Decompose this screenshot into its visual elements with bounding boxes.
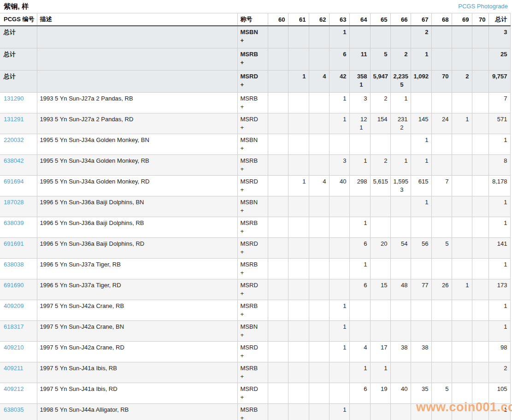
grade-count: 38 bbox=[394, 343, 408, 352]
pcgs-number-link[interactable]: 220032 bbox=[4, 136, 24, 143]
grade-60-cell bbox=[268, 217, 288, 237]
pcgs-number-link[interactable]: 409209 bbox=[4, 302, 24, 309]
empty-description-cell bbox=[37, 26, 237, 48]
pcgs-number-cell: 409209 bbox=[0, 300, 37, 320]
plus-symbol: + bbox=[241, 227, 265, 236]
plus-grade-count: 2 bbox=[394, 124, 408, 132]
pcgs-number-link[interactable]: 409212 bbox=[4, 385, 24, 392]
grade-count: 5 bbox=[435, 385, 449, 393]
pcgs-number-link[interactable]: 409211 bbox=[4, 365, 23, 372]
grade-69-cell bbox=[452, 258, 472, 279]
pcgs-number-link[interactable]: 638038 bbox=[4, 261, 24, 268]
grade-63-cell: 1 bbox=[329, 113, 349, 134]
grade-60-cell bbox=[268, 258, 288, 279]
grade-count: 298 bbox=[353, 177, 367, 186]
designation-cell: MSBN+ bbox=[237, 196, 268, 217]
column-header-68: 68 bbox=[431, 13, 452, 26]
pcgs-number-cell: 409210 bbox=[0, 341, 37, 362]
pcgs-photograde-link[interactable]: PCGS Photograde bbox=[458, 3, 508, 10]
pcgs-number-link[interactable]: 691690 bbox=[4, 282, 24, 289]
pcgs-number-link[interactable]: 131291 bbox=[4, 116, 24, 123]
grade-count: 40 bbox=[394, 385, 408, 393]
grade-63-cell bbox=[329, 279, 349, 300]
row-total-cell: 1 bbox=[488, 300, 510, 320]
pcgs-number-link[interactable]: 409210 bbox=[4, 344, 24, 351]
grade-68-cell: 5 bbox=[431, 237, 452, 258]
pcgs-number-link[interactable]: 187028 bbox=[4, 199, 24, 206]
grade-62-cell bbox=[309, 26, 329, 48]
grade-count: 12 bbox=[353, 115, 367, 124]
pcgs-number-link[interactable]: 638039 bbox=[4, 219, 24, 226]
grade-67-cell bbox=[411, 217, 431, 237]
designation: MSBN bbox=[241, 198, 265, 207]
table-row: 6380391996 5 Yn Sun-J36a Baiji Dolphins,… bbox=[0, 217, 510, 237]
grade-63-cell: 1 bbox=[329, 92, 349, 113]
grade-70-cell bbox=[472, 300, 488, 320]
coin-description: 1996 5 Yn Sun-J36a Baiji Dolphins, RB bbox=[37, 217, 237, 237]
grade-64-cell: 1 bbox=[349, 154, 370, 175]
grade-count: 1 bbox=[373, 364, 388, 373]
grade-60-cell bbox=[268, 279, 288, 300]
grade-69-cell bbox=[452, 300, 472, 320]
grade-67-cell: 1 bbox=[411, 48, 431, 70]
grade-65-cell bbox=[370, 196, 390, 217]
designation-cell: MSRB+ bbox=[237, 48, 268, 70]
grade-67-cell bbox=[411, 403, 431, 420]
row-total-cell: 1 bbox=[488, 258, 510, 279]
pcgs-number-cell: 638038 bbox=[0, 258, 37, 279]
grade-68-cell bbox=[431, 26, 452, 48]
grade-65-cell: 2 bbox=[370, 92, 390, 113]
grade-count: 2 bbox=[373, 95, 388, 103]
plus-symbol: + bbox=[241, 36, 265, 45]
row-total-cell: 1 bbox=[488, 134, 510, 154]
grade-count: 231 bbox=[394, 115, 408, 124]
grade-62-cell: 4 bbox=[309, 175, 329, 196]
grade-64-cell bbox=[349, 403, 370, 420]
grade-61-cell bbox=[288, 92, 309, 113]
grade-count: 1,595 bbox=[394, 177, 408, 186]
table-header-row: PCGS 编号描述称号6061626364656667686970总计 bbox=[0, 13, 510, 26]
coin-description: 1997 5 Yn Sun-J42a Crane, BN bbox=[37, 320, 237, 341]
plus-symbol: + bbox=[241, 373, 265, 381]
grade-count: 4 bbox=[353, 343, 367, 352]
grade-60-cell bbox=[268, 320, 288, 341]
table-row: 4092121997 5 Yn Sun-J41a Ibis, RDMSRD+61… bbox=[0, 383, 510, 403]
grade-69-cell bbox=[452, 196, 472, 217]
total-row-label: 总计 bbox=[0, 48, 37, 70]
total-row: 总计MSBN+123 bbox=[0, 26, 510, 48]
grade-69-cell: 1 bbox=[452, 279, 472, 300]
grade-69-cell bbox=[452, 320, 472, 341]
pcgs-number-cell: 691690 bbox=[0, 279, 37, 300]
table-row: 4092101997 5 Yn Sun-J42a Crane, RDMSRD+1… bbox=[0, 341, 510, 362]
coin-description: 1995 5 Yn Sun-J34a Golden Monkey, RB bbox=[37, 154, 237, 175]
pcgs-number-link[interactable]: 638035 bbox=[4, 406, 24, 413]
grade-68-cell bbox=[431, 217, 452, 237]
pcgs-number-link[interactable]: 691694 bbox=[4, 178, 24, 185]
plus-symbol: + bbox=[241, 290, 265, 298]
coin-description: 1997 5 Yn Sun-J42a Crane, RB bbox=[37, 300, 237, 320]
grade-60-cell bbox=[268, 341, 288, 362]
designation: MSBN bbox=[241, 28, 265, 36]
pcgs-number-link[interactable]: 618317 bbox=[4, 323, 24, 330]
pcgs-number-link[interactable]: 691691 bbox=[4, 240, 24, 247]
grade-count: 15 bbox=[373, 281, 388, 290]
designation-cell: MSRB+ bbox=[237, 154, 268, 175]
grade-70-cell bbox=[472, 26, 488, 48]
plus-grade-count: 1 bbox=[353, 124, 367, 132]
pcgs-number-link[interactable]: 131290 bbox=[4, 95, 24, 102]
grade-65-cell bbox=[370, 258, 390, 279]
plus-symbol: + bbox=[241, 331, 265, 339]
grade-65-cell: 154 bbox=[370, 113, 390, 134]
grade-68-cell bbox=[431, 320, 452, 341]
designation: MSRB bbox=[241, 157, 265, 165]
plus-grade-count: 1 bbox=[353, 81, 367, 89]
designation: MSRD bbox=[241, 72, 265, 81]
table-row: 2200321995 5 Yn Sun-J34a Golden Monkey, … bbox=[0, 134, 510, 154]
total-row-label: 总计 bbox=[0, 26, 37, 48]
pcgs-number-cell: 131290 bbox=[0, 92, 37, 113]
designation-cell: MSRD+ bbox=[237, 113, 268, 134]
grade-65-cell: 5,947 bbox=[370, 70, 390, 92]
pcgs-number-link[interactable]: 638042 bbox=[4, 157, 24, 164]
grade-64-cell: 298 bbox=[349, 175, 370, 196]
row-total-cell: 9,757 bbox=[488, 70, 510, 92]
